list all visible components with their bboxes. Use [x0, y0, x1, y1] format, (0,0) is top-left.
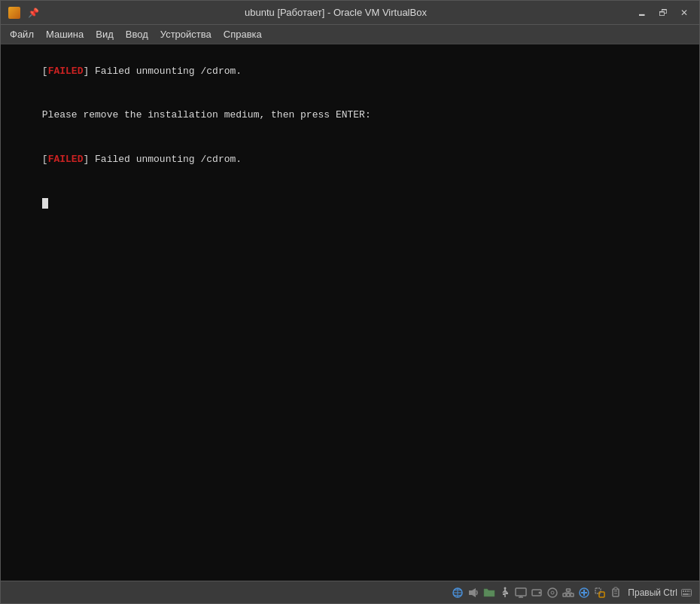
- right-ctrl-label: Правый Ctrl: [628, 587, 677, 598]
- storage-status-icon[interactable]: [530, 586, 543, 599]
- terminal-line-2: Please remove the installation medium, t…: [7, 93, 693, 138]
- svg-rect-34: [687, 590, 689, 592]
- network-status-icon[interactable]: [451, 586, 464, 599]
- pin-icon: 📌: [28, 8, 38, 18]
- svg-rect-32: [683, 590, 684, 592]
- terminal-line-1: [FAILED] Failed unmounting /cdrom.: [7, 49, 693, 93]
- title-bar: 📌 ubuntu [Работает] - Oracle VM VirtualB…: [1, 1, 699, 25]
- svg-rect-18: [567, 589, 571, 591]
- svg-rect-36: [683, 593, 689, 595]
- status-bar: Правый Ctrl: [1, 581, 699, 603]
- menu-view[interactable]: Вид: [90, 27, 120, 41]
- network2-status-icon[interactable]: [562, 586, 575, 599]
- failed-badge-2: FAILED: [48, 154, 84, 165]
- menu-machine[interactable]: Машина: [40, 27, 90, 41]
- svg-point-13: [548, 588, 557, 597]
- virtualbox-window: 📌 ubuntu [Работает] - Oracle VM VirtualB…: [0, 0, 700, 604]
- terminal-screen[interactable]: [FAILED] Failed unmounting /cdrom. Pleas…: [1, 44, 699, 581]
- svg-point-12: [539, 591, 541, 593]
- menu-file[interactable]: Файл: [4, 27, 40, 41]
- menu-help[interactable]: Справка: [218, 27, 268, 41]
- svg-rect-25: [595, 588, 601, 593]
- svg-rect-5: [503, 593, 505, 595]
- clipboard-icon[interactable]: [609, 586, 622, 599]
- svg-point-14: [551, 591, 554, 594]
- sound-status-icon[interactable]: [467, 586, 480, 599]
- svg-rect-8: [516, 588, 526, 596]
- menu-bar: Файл Машина Вид Ввод Устройства Справка: [1, 25, 699, 44]
- svg-rect-30: [614, 587, 617, 590]
- window-controls: 🗕 🗗 ✕: [633, 5, 693, 20]
- svg-rect-37: [689, 593, 690, 595]
- menu-input[interactable]: Ввод: [120, 27, 154, 41]
- terminal-cursor-line: [7, 182, 693, 226]
- terminal-line-3: [FAILED] Failed unmounting /cdrom.: [7, 137, 693, 182]
- app-icon: [7, 5, 22, 20]
- svg-rect-26: [599, 592, 604, 597]
- svg-rect-17: [571, 593, 574, 596]
- usb-status-icon[interactable]: [498, 586, 512, 599]
- terminal-cursor: [42, 198, 48, 209]
- display-status-icon[interactable]: [514, 586, 528, 599]
- svg-rect-16: [567, 593, 570, 596]
- svg-rect-15: [563, 593, 566, 596]
- additions-icon[interactable]: [577, 586, 591, 599]
- shared-folders-icon[interactable]: [482, 586, 496, 599]
- svg-rect-31: [682, 589, 692, 596]
- failed-badge-1: FAILED: [48, 66, 84, 77]
- svg-rect-33: [685, 590, 686, 592]
- window-title: ubuntu [Работает] - Oracle VM VirtualBox: [38, 7, 633, 18]
- svg-rect-6: [506, 593, 508, 594]
- minimize-button[interactable]: 🗕: [633, 5, 651, 20]
- menu-devices[interactable]: Устройства: [154, 27, 218, 41]
- optical-disk-icon[interactable]: [546, 586, 559, 599]
- svg-rect-3: [469, 590, 472, 595]
- close-button[interactable]: ✕: [675, 5, 693, 20]
- svg-point-7: [504, 587, 507, 589]
- svg-rect-35: [689, 590, 690, 592]
- drag-drop-icon[interactable]: [593, 586, 607, 599]
- maximize-button[interactable]: 🗗: [654, 5, 672, 20]
- keyboard-icon: [680, 586, 693, 599]
